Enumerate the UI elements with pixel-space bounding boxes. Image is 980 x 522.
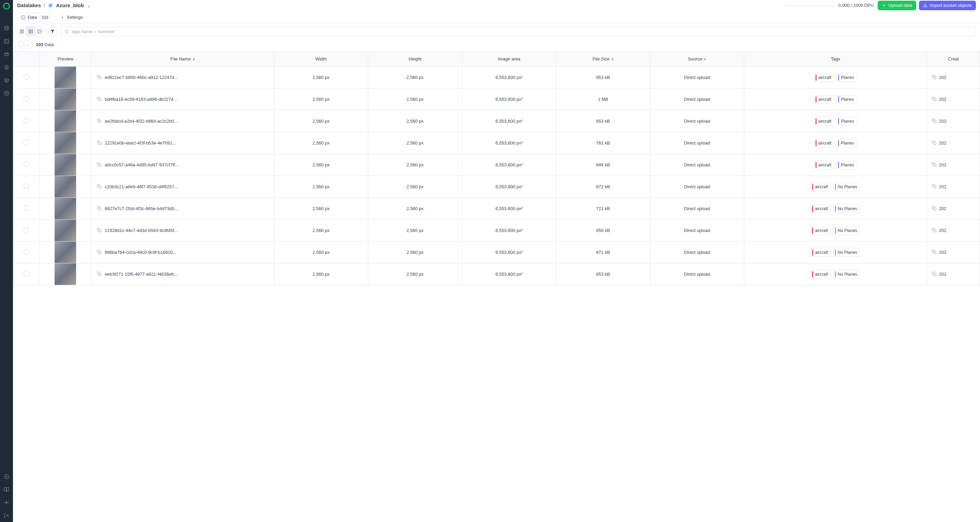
tag-chip[interactable]: No Planes [833,248,861,257]
tag-chip[interactable]: aircraft [810,182,831,191]
row-preview-cell[interactable] [40,198,91,220]
thumbnail[interactable] [55,132,76,154]
row-preview-cell[interactable] [40,110,91,132]
copy-icon[interactable] [932,118,936,124]
copy-icon[interactable] [97,206,101,211]
row-checkbox[interactable] [24,249,29,254]
tag-chip[interactable]: aircraft [814,95,834,104]
gear-icon[interactable] [3,90,10,96]
tag-chip[interactable]: aircraft [810,204,831,213]
copy-icon[interactable] [932,228,936,233]
copy-icon[interactable] [97,228,101,233]
copy-icon[interactable] [932,140,936,146]
tab-settings[interactable]: Settings [57,13,86,22]
thumbnail[interactable] [55,88,76,110]
copy-icon[interactable] [97,140,101,146]
table-row[interactable]: 996ba764-cd2a-49c0-9c9f-b16620...2,560 p… [13,241,980,263]
row-checkbox[interactable] [24,140,29,145]
box-icon[interactable] [3,77,10,83]
table-row[interactable]: 22291e0b-ebe2-4f3f-b53e-4e7091...2,560 p… [13,132,980,154]
col-header-filename[interactable]: File Name [91,51,274,67]
copy-icon[interactable] [97,75,101,80]
thumbnail[interactable] [55,67,76,88]
table-row[interactable]: eeb3f271-15f5-4977-a921-f4636efc...2,560… [13,263,980,285]
row-preview-cell[interactable] [40,263,91,285]
breadcrumb-current[interactable]: Azure_blob [56,2,84,8]
row-checkbox[interactable] [24,74,29,80]
row-preview-cell[interactable] [40,132,91,154]
database-icon[interactable] [3,25,10,32]
tag-chip[interactable]: aircraft [814,139,834,148]
row-preview-cell[interactable] [40,154,91,176]
col-header-area[interactable]: Image area [462,51,556,67]
copy-icon[interactable] [97,97,101,102]
copy-icon[interactable] [932,250,936,255]
data-table-wrapper[interactable]: Preview File Name Width Height Image are… [13,51,980,522]
table-row[interactable]: c20b3c21-a6e9-46f7-8536-d4f9257...2,560 … [13,176,980,198]
row-checkbox[interactable] [24,271,29,276]
tag-chip[interactable]: Planes [836,117,857,126]
copy-icon[interactable] [932,184,936,190]
search-input[interactable] [72,29,972,34]
row-preview-cell[interactable] [40,241,91,263]
tag-chip[interactable]: No Planes [833,226,861,235]
table-row[interactable]: ae2fddcd-a2b4-4f32-b86d-ac2c2b0...2,560 … [13,110,980,132]
row-checkbox[interactable] [24,227,29,233]
tag-chip[interactable]: Planes [836,95,857,104]
layers-icon[interactable] [3,64,10,70]
sort-icon[interactable] [193,58,195,61]
table-row[interactable]: 6627e7c7-2fdd-4f3c-965e-b4d73d0...2,560 … [13,198,980,220]
image-icon[interactable] [3,38,10,45]
logout-icon[interactable] [3,512,10,519]
row-checkbox[interactable] [24,161,29,167]
play-icon[interactable] [3,474,10,480]
row-checkbox[interactable] [24,205,29,211]
view-image-button[interactable] [35,27,44,36]
col-header-tags[interactable]: Tags [744,51,927,67]
col-header-size[interactable]: File Size [556,51,651,67]
copy-icon[interactable] [97,118,101,124]
thumbnail[interactable] [55,110,76,132]
select-all-checkbox[interactable] [19,42,24,47]
table-row[interactable]: ed921ec7-b950-460c-a912-12247d...2,560 p… [13,67,980,88]
tag-chip[interactable]: Planes [836,161,857,169]
thumbnail[interactable] [55,263,76,285]
copy-icon[interactable] [97,250,101,255]
view-grid-button[interactable] [18,27,26,36]
thumbnail[interactable] [55,220,76,241]
app-logo[interactable] [3,3,10,10]
col-header-created[interactable]: Creat [927,51,980,67]
tag-chip[interactable]: Planes [836,139,857,148]
tag-chip[interactable]: No Planes [833,182,861,191]
tag-chip[interactable]: aircraft [814,73,834,82]
book-icon[interactable] [3,487,10,493]
table-row[interactable]: 11928d1c-44c7-4d3d-b593-9cdfd5f...2,560 … [13,220,980,241]
row-preview-cell[interactable] [40,67,91,88]
sort-icon[interactable] [704,58,706,61]
tab-data[interactable]: Data 103 [17,13,55,22]
sort-icon[interactable] [611,58,614,61]
copy-icon[interactable] [932,206,936,211]
col-header-width[interactable]: Width [274,51,368,67]
copy-icon[interactable] [932,75,936,80]
thumbnail[interactable] [55,241,76,263]
breadcrumb-root[interactable]: Datalakes [17,2,41,8]
col-header-source[interactable]: Source [650,51,744,67]
chevron-down-icon[interactable]: ⌄ [87,2,91,8]
copy-icon[interactable] [932,271,936,277]
copy-icon[interactable] [97,184,101,190]
copy-icon[interactable] [932,97,936,102]
row-preview-cell[interactable] [40,88,91,110]
table-row[interactable]: a9cc0c57-a46a-4d85-bd97-937cf7ff...2,560… [13,154,980,176]
view-table-button[interactable] [26,27,35,36]
tag-chip[interactable]: No Planes [833,270,861,279]
tag-chip[interactable]: aircraft [810,270,831,279]
thumbnail[interactable] [55,176,76,198]
cart-icon[interactable] [3,51,10,57]
filter-button[interactable] [48,27,57,36]
tag-chip[interactable]: Planes [836,73,857,82]
row-checkbox[interactable] [24,96,29,101]
import-bucket-button[interactable]: Import bucket objects [919,1,976,10]
tag-chip[interactable]: aircraft [814,161,834,169]
tag-chip[interactable]: aircraft [810,226,831,235]
